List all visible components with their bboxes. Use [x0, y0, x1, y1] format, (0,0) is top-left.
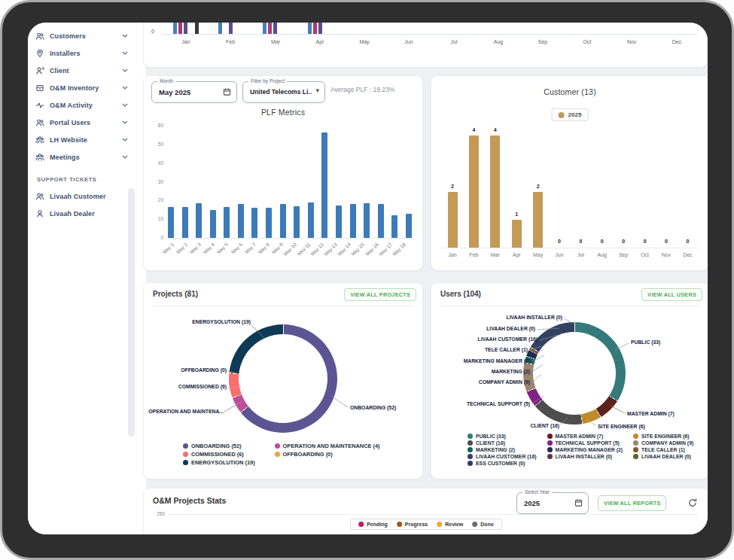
legend-label: COMMISSIONED (6): [191, 451, 244, 458]
view-all-reports-button[interactable]: VIEW ALL REPORTS: [598, 495, 666, 511]
view-all-projects-button[interactable]: VIEW ALL PROJECTS: [344, 288, 416, 301]
sidebar-item-installers[interactable]: Installers: [28, 44, 136, 62]
projects-legend: ONBOARDING (52)COMMISSIONED (6)ENERGYSOL…: [183, 443, 380, 466]
bar: [308, 23, 312, 34]
legend-dot: [472, 522, 477, 527]
customer-chart: 2Jan4Feb4Mar1Apr2May0Jun0Jul0Aug0Sep0Oct…: [431, 76, 708, 270]
sidebar-item-portal-users[interactable]: Portal Users: [28, 114, 136, 131]
donut-callout: COMPANY ADMIN (9): [455, 379, 530, 385]
legend-item: ENERGYSOLUTION (19): [183, 459, 255, 466]
x-axis-label: Feb: [463, 252, 484, 257]
x-axis-label: Mar: [485, 252, 506, 257]
x-axis-label: Jun: [549, 252, 570, 257]
sidebar-item-customers[interactable]: Customers: [28, 27, 136, 44]
chevron-down-icon[interactable]: [122, 120, 128, 124]
gridline: [168, 514, 698, 515]
legend-dot: [183, 460, 188, 465]
legend-item: PUBLIC (33): [468, 434, 537, 439]
legend-dot: [468, 454, 473, 459]
users-group-icon: [35, 135, 44, 145]
inventory-box-icon: [35, 84, 44, 93]
legend-dot: [633, 440, 638, 446]
bar-data-label: 0: [595, 239, 610, 244]
view-all-users-button[interactable]: VIEW ALL USERS: [641, 288, 702, 301]
sidebar-item-meetings[interactable]: Meetings: [28, 148, 136, 166]
person-add-icon: [35, 66, 44, 75]
app-window: CustomersInstallersClientO&M InventoryO&…: [28, 23, 708, 534]
legend-item: ONBOARDING (52): [183, 443, 255, 449]
x-axis-label: Jun: [397, 39, 420, 44]
sidebar-menu: CustomersInstallersClientO&M InventoryO&…: [28, 23, 136, 166]
legend-item: OFFBOARDING (0): [275, 451, 380, 458]
bar: [263, 23, 266, 34]
x-axis-label: Jul: [443, 39, 465, 44]
users-donut-chart[interactable]: [523, 322, 626, 425]
legend-item: CLIENT (16): [468, 440, 537, 446]
legend-label: CLIENT (16): [476, 440, 505, 446]
legend-label: MASTER ADMIN (7): [556, 434, 604, 439]
sidebar-item-o-m-inventory[interactable]: O&M Inventory: [28, 79, 136, 96]
y-axis-zero-label: 0: [151, 29, 154, 34]
legend-label: LIVAAH CUSTOMER (16): [476, 454, 537, 459]
chevron-down-icon[interactable]: [122, 155, 128, 159]
bar-data-label: 0: [616, 239, 631, 244]
bar-data-label: 4: [466, 127, 481, 132]
donut-callout: ENERGYSOLUTION (19): [166, 319, 251, 324]
x-axis-label: Jan: [175, 39, 197, 44]
y-axis-tick-label: 10: [147, 216, 163, 221]
bar: [406, 214, 412, 238]
bar: [168, 207, 174, 238]
bar-data-label: 0: [680, 239, 695, 244]
legend-column: SITE ENGINEER (6)COMPANY ADMIN (9)TELE C…: [633, 434, 693, 466]
select-year-field[interactable]: Select Year 2025: [516, 492, 589, 514]
sidebar-item-lh-website[interactable]: LH Website: [28, 131, 136, 148]
bar: [294, 206, 300, 238]
legend-dot: [468, 434, 473, 439]
users-icon: [35, 32, 44, 41]
sidebar-item-o-m-activity[interactable]: O&M Activity: [28, 96, 136, 114]
users-group-icon: [35, 153, 44, 162]
x-axis-label: Oct: [576, 39, 598, 44]
donut-callout: LIVAAH INSTALLER (0): [478, 315, 562, 320]
bar: [173, 23, 177, 34]
projects-card: Projects (81) VIEW ALL PROJECTS ENERGYSO…: [143, 282, 423, 479]
legend-label: OPERATION AND MAINTENANCE (4): [283, 443, 380, 449]
sidebar-item-livaah-customer[interactable]: Livaah Customer: [28, 187, 136, 205]
chevron-down-icon[interactable]: [122, 51, 128, 55]
legend-dot: [468, 447, 473, 452]
person-icon: [35, 209, 44, 218]
chevron-down-icon[interactable]: [122, 34, 128, 38]
chevron-down-icon[interactable]: [122, 68, 128, 72]
bar: [313, 23, 317, 34]
users-card-title: Users (104): [440, 290, 481, 298]
sidebar-item-livaah-dealer[interactable]: Livaah Dealer: [28, 205, 136, 222]
donut-callout: MARKETING (2): [466, 369, 530, 374]
y-axis-tick-label: 0: [147, 235, 163, 240]
chevron-down-icon[interactable]: [122, 103, 128, 107]
calendar-icon[interactable]: [574, 498, 583, 507]
screenshot-stage: CustomersInstallersClientO&M InventoryO&…: [0, 0, 734, 560]
projects-donut-chart[interactable]: [229, 324, 337, 433]
refresh-icon[interactable]: [687, 498, 698, 508]
legend-label: TELE CALLER (1): [641, 447, 685, 452]
donut-hole: [239, 334, 327, 423]
sidebar-scrollbar-thumb[interactable]: [128, 188, 135, 437]
chevron-down-icon[interactable]: [122, 86, 128, 90]
donut-callout: LIVAAH CUSTOMER (16): [451, 336, 538, 342]
legend-item: TELE CALLER (1): [633, 447, 693, 452]
bar: [378, 204, 384, 238]
legend-dot: [547, 447, 553, 452]
bar: [182, 207, 188, 238]
donut-callout: MARKETING MANAGER (2): [443, 358, 530, 364]
bar: [350, 204, 356, 238]
x-axis-label: May: [528, 252, 549, 257]
bar: [266, 208, 272, 238]
x-axis-label: Oct: [635, 252, 656, 257]
legend-item: SITE ENGINEER (6): [633, 434, 693, 439]
legend-item: COMPANY ADMIN (9): [633, 440, 693, 446]
om-projects-stats-card: O&M Projects Stats Select Year 2025 VIEW…: [143, 488, 708, 534]
chevron-down-icon[interactable]: [122, 138, 128, 142]
sidebar-item-client[interactable]: Client: [28, 62, 136, 79]
legend-label: PUBLIC (33): [476, 434, 506, 439]
x-axis-label: Feb: [219, 39, 242, 44]
